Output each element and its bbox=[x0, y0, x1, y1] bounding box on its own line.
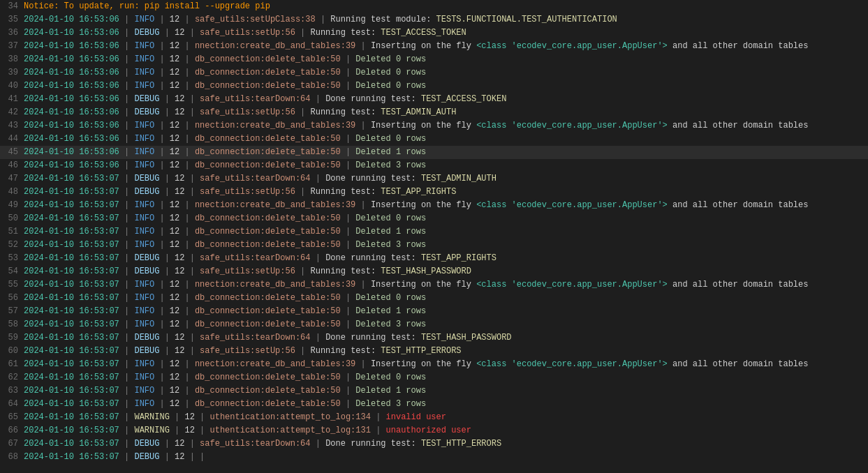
module-text: db_connection:delete_table:50 bbox=[195, 81, 341, 91]
module-text: db_connection:delete_table:50 bbox=[195, 320, 341, 329]
log-level: INFO bbox=[134, 15, 154, 24]
log-line: 522024-01-10 16:53:07 | INFO | 12 | db_c… bbox=[0, 239, 868, 252]
pipe: | bbox=[154, 54, 170, 64]
log-content: 2024-01-10 16:53:07 | DEBUG | 12 | safe_… bbox=[24, 173, 865, 185]
log-line: 472024-01-10 16:53:07 | DEBUG | 12 | saf… bbox=[0, 172, 868, 186]
log-content: 2024-01-10 16:53:06 | INFO | 12 | db_con… bbox=[24, 147, 865, 158]
message-text: Deleted 3 rows bbox=[355, 320, 426, 329]
class-text: <class 'ecodev_core.app_user.AppUser'> bbox=[476, 359, 668, 369]
pipe bbox=[355, 121, 360, 130]
line-number: 47 bbox=[3, 173, 18, 185]
pipe bbox=[355, 41, 360, 51]
log-line: 422024-01-10 16:53:06 | DEBUG | 12 | saf… bbox=[0, 106, 868, 119]
line-number: 55 bbox=[3, 279, 18, 291]
separator: | bbox=[316, 253, 325, 263]
message-suffix: and all other domain tables bbox=[668, 121, 809, 130]
module-text: db_connection:delete_table:50 bbox=[195, 160, 341, 170]
message-text: Inserting on the fly bbox=[371, 280, 476, 290]
pipe: | bbox=[184, 452, 200, 462]
log-level: INFO bbox=[134, 213, 154, 223]
module-text: safe_utils:setUp:56 bbox=[200, 187, 295, 197]
pipe: | bbox=[184, 187, 200, 197]
message-text: Deleted 3 rows bbox=[355, 240, 426, 250]
module-text: safe_utils:tearDown:64 bbox=[200, 174, 310, 183]
class-text: <class 'ecodev_core.app_user.AppUser'> bbox=[476, 200, 668, 210]
log-line: 432024-01-10 16:53:06 | INFO | 12 | nnec… bbox=[0, 119, 868, 133]
module-text: uthentication:attempt_to_log:134 bbox=[209, 412, 370, 422]
pipe: | bbox=[119, 107, 135, 117]
log-content: 2024-01-10 16:53:06 | INFO | 12 | db_con… bbox=[24, 160, 865, 172]
module-text: safe_utils:setUpClass:38 bbox=[195, 15, 316, 24]
message-prefix: Running test: bbox=[311, 28, 381, 38]
log-level: DEBUG bbox=[134, 253, 159, 263]
timestamp: 2024-01-10 16:53:07 bbox=[24, 439, 119, 449]
pipe: | bbox=[119, 386, 135, 396]
pipe: | bbox=[154, 386, 170, 396]
log-line: 402024-01-10 16:53:06 | INFO | 12 | db_c… bbox=[0, 80, 868, 93]
pipe: | bbox=[179, 240, 195, 250]
separator: | bbox=[346, 293, 355, 303]
log-level: INFO bbox=[134, 386, 154, 396]
pid: 12 bbox=[170, 121, 179, 130]
invalid-user-text: invalid user bbox=[386, 412, 446, 422]
log-level: DEBUG bbox=[134, 28, 159, 38]
message-text: Deleted 1 rows bbox=[355, 227, 426, 236]
line-number: 46 bbox=[3, 160, 18, 172]
message-prefix: Running test: bbox=[311, 107, 381, 117]
pipe: | bbox=[154, 227, 170, 236]
log-level: INFO bbox=[134, 280, 154, 290]
pipe: | bbox=[195, 426, 210, 435]
pipe: | bbox=[179, 41, 195, 51]
timestamp: 2024-01-10 16:53:07 bbox=[24, 174, 119, 183]
line-number: 54 bbox=[3, 266, 18, 278]
pipe: | bbox=[179, 280, 195, 290]
line-number: 61 bbox=[3, 359, 18, 370]
log-line: 412024-01-10 16:53:06 | DEBUG | 12 | saf… bbox=[0, 93, 868, 106]
pipe: | bbox=[179, 386, 195, 396]
pipe: | bbox=[154, 240, 170, 250]
log-level: DEBUG bbox=[134, 266, 159, 276]
pipe: | bbox=[159, 174, 175, 183]
pipe bbox=[311, 253, 316, 263]
pipe: | bbox=[154, 134, 170, 144]
message-prefix: Done running test: bbox=[325, 333, 421, 343]
pipe: | bbox=[154, 213, 170, 223]
message-prefix: Running test: bbox=[311, 266, 381, 276]
pipe: | bbox=[184, 266, 200, 276]
timestamp: 2024-01-10 16:53:07 bbox=[24, 359, 119, 369]
line-number: 59 bbox=[3, 332, 18, 344]
pipe bbox=[341, 373, 346, 382]
pipe: | bbox=[119, 253, 135, 263]
timestamp: 2024-01-10 16:53:07 bbox=[24, 213, 119, 223]
message-text: Deleted 0 rows bbox=[355, 134, 426, 144]
pipe: | bbox=[179, 373, 195, 382]
timestamp: 2024-01-10 16:53:07 bbox=[24, 266, 119, 276]
log-content: 2024-01-10 16:53:07 | DEBUG | 12 | safe_… bbox=[24, 345, 865, 357]
pipe: | bbox=[184, 94, 200, 104]
timestamp: 2024-01-10 16:53:06 bbox=[24, 160, 119, 170]
module-text: db_connection:delete_table:50 bbox=[195, 213, 341, 223]
message-suffix: and all other domain tables bbox=[668, 200, 809, 210]
pipe: | bbox=[154, 399, 170, 409]
pipe: | bbox=[119, 213, 135, 223]
pipe: | bbox=[159, 94, 175, 104]
module-text: uthentication:attempt_to_log:131 bbox=[209, 426, 370, 435]
message-prefix: Running test: bbox=[311, 187, 381, 197]
log-line: 562024-01-10 16:53:07 | INFO | 12 | db_c… bbox=[0, 292, 868, 305]
message-text: Deleted 1 rows bbox=[355, 147, 426, 157]
log-content: 2024-01-10 16:53:07 | INFO | 12 | nnecti… bbox=[24, 359, 865, 370]
message-text: Deleted 0 rows bbox=[355, 68, 426, 77]
log-level: WARNING bbox=[134, 426, 169, 435]
pipe: | bbox=[159, 253, 175, 263]
module-text: safe_utils:tearDown:64 bbox=[200, 439, 310, 449]
pipe bbox=[341, 213, 346, 223]
pipe: | bbox=[119, 187, 135, 197]
pid: 12 bbox=[175, 28, 184, 38]
pipe: | bbox=[119, 266, 135, 276]
separator: | bbox=[316, 333, 325, 343]
log-line: 572024-01-10 16:53:07 | INFO | 12 | db_c… bbox=[0, 305, 868, 318]
pid: 12 bbox=[170, 81, 179, 91]
pipe bbox=[316, 15, 321, 24]
pid: 12 bbox=[184, 412, 194, 422]
module-text: nnection:create_db_and_tables:39 bbox=[195, 121, 355, 130]
